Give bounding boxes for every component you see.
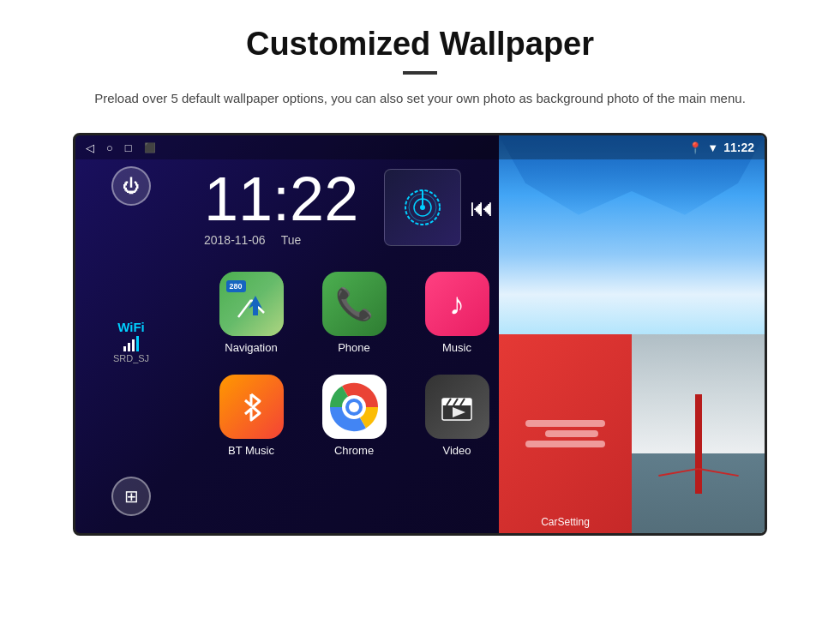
app-chrome[interactable]: Chrome <box>307 369 401 463</box>
carsetting-bar-3 <box>525 441 605 447</box>
app-bt-music[interactable]: BT Music <box>204 369 298 463</box>
app-navigation[interactable]: 280 Navigation <box>204 266 298 360</box>
title-divider <box>403 71 437 75</box>
music-symbol: ♪ <box>449 286 465 322</box>
wallpaper-bridge <box>632 334 765 533</box>
video-icon <box>425 375 489 439</box>
svg-point-11 <box>349 402 359 412</box>
carsetting-bar-2 <box>545 430 598 437</box>
phone-label: Phone <box>338 341 370 354</box>
navigation-icon: 280 <box>219 272 284 336</box>
wifi-label: WiFi <box>113 320 149 334</box>
music-icon: ♪ <box>425 272 489 336</box>
screenshot-icon[interactable]: ⬛ <box>144 142 156 153</box>
chrome-icon <box>322 375 387 439</box>
navigation-label: Navigation <box>225 341 277 354</box>
prev-track-button[interactable]: ⏮ <box>470 194 494 222</box>
signal-icon <box>401 186 444 229</box>
wifi-status-icon: ▼ <box>707 141 718 154</box>
status-bar-right: 📍 ▼ 11:22 <box>688 141 754 154</box>
media-icon-box <box>384 169 461 246</box>
page-subtitle: Preload over 5 default wallpaper options… <box>94 88 746 109</box>
chrome-wheel-svg <box>328 381 380 433</box>
nav-map-visual: 280 <box>219 272 284 336</box>
bridge-tower <box>695 394 702 494</box>
recent-icon[interactable]: □ <box>125 141 132 154</box>
clock-date: 2018-11-06 Tue <box>204 233 358 247</box>
left-sidebar: ⏻ WiFi SRD_SJ ⊞ <box>75 135 187 533</box>
phone-symbol: 📞 <box>335 286 374 322</box>
app-phone[interactable]: 📞 Phone <box>307 266 401 360</box>
nav-badge: 280 <box>226 280 246 292</box>
android-screen: ◁ ○ □ ⬛ 📍 ▼ 11:22 ⏻ WiFi SRD_SJ ⊞ <box>73 133 767 536</box>
power-button[interactable]: ⏻ <box>111 166 151 206</box>
svg-line-5 <box>238 300 251 317</box>
wallpaper-bottom-row: CarSetting <box>499 334 765 533</box>
video-clap-svg <box>435 386 478 429</box>
bt-icon <box>219 375 284 439</box>
app-video[interactable]: Video <box>410 369 504 463</box>
wallpaper-car-setting: CarSetting <box>499 334 632 533</box>
ice-cave-visual <box>499 135 765 334</box>
wallpaper-panel: CarSetting <box>499 135 765 533</box>
clock-block: 11:22 2018-11-06 Tue <box>204 168 358 247</box>
clock-date-value: 2018-11-06 <box>204 233 266 247</box>
app-music[interactable]: ♪ Music <box>410 266 504 360</box>
status-time: 11:22 <box>723 141 754 154</box>
wifi-bars <box>113 336 149 351</box>
home-icon[interactable]: ○ <box>106 141 113 154</box>
wifi-network: SRD_SJ <box>113 353 149 363</box>
clock-time: 11:22 <box>204 168 358 230</box>
status-bar-left: ◁ ○ □ ⬛ <box>86 141 156 154</box>
video-label: Video <box>442 444 471 457</box>
apps-grid-button[interactable]: ⊞ <box>111 477 151 516</box>
phone-icon: 📞 <box>322 272 387 336</box>
carsetting-thumb <box>499 334 632 533</box>
music-label: Music <box>442 341 471 354</box>
wallpaper-ice-cave <box>499 135 765 334</box>
bluetooth-icon <box>234 390 268 424</box>
page-title: Customized Wallpaper <box>246 26 594 63</box>
clock-day-value: Tue <box>281 233 302 247</box>
chrome-label: Chrome <box>334 444 374 457</box>
media-widgets: ⏮ B <box>384 169 517 246</box>
wifi-info: WiFi SRD_SJ <box>113 320 149 363</box>
bt-music-label: BT Music <box>228 444 274 457</box>
back-icon[interactable]: ◁ <box>86 141 94 154</box>
svg-point-1 <box>420 205 425 210</box>
svg-marker-7 <box>249 296 262 315</box>
location-icon: 📍 <box>688 141 702 154</box>
bridge-visual <box>632 334 765 533</box>
carsetting-label: CarSetting <box>499 516 632 528</box>
carsetting-bar-1 <box>525 420 605 427</box>
status-bar: ◁ ○ □ ⬛ 📍 ▼ 11:22 <box>75 135 765 159</box>
